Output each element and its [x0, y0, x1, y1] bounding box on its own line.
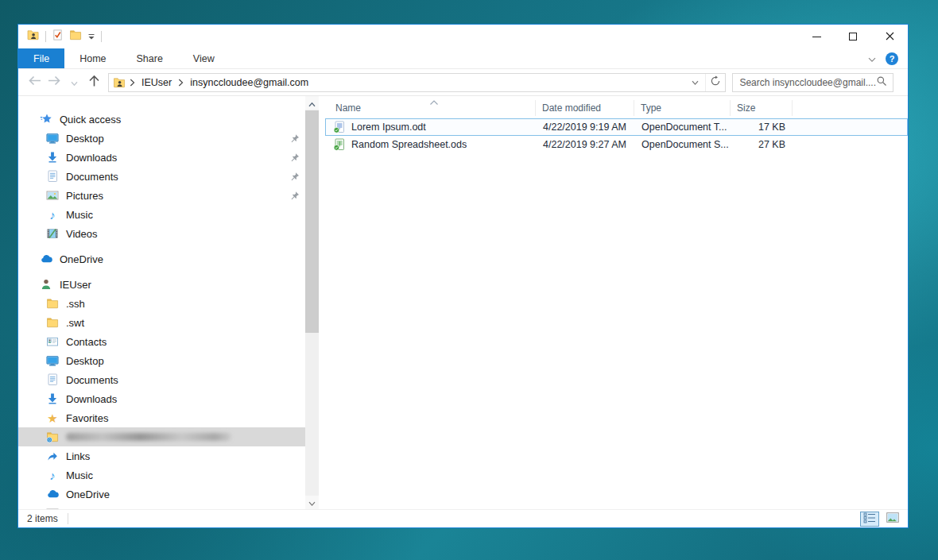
maximize-icon	[849, 33, 857, 41]
sidebar-item-swt[interactable]: .swt	[18, 313, 319, 332]
tab-view[interactable]: View	[178, 48, 230, 68]
chevron-down-icon	[308, 496, 316, 510]
forward-button[interactable]	[45, 72, 64, 93]
search-placeholder: Search insynccloudee@gmail....	[739, 77, 876, 88]
sidebar-item-desktop[interactable]: Desktop	[18, 351, 319, 370]
address-bar-buttons	[685, 74, 725, 91]
desktop-icon	[45, 354, 60, 367]
file-row-lorem-ipsum-odt[interactable]: Lorem Ipsum.odt4/22/2019 9:19 AMOpenDocu…	[325, 118, 908, 136]
sidebar-item-pictures[interactable]: Pictures	[18, 504, 319, 509]
breadcrumb-segment-ieuser[interactable]: IEUser	[138, 77, 176, 88]
column-header-date-modified[interactable]: Date modified	[536, 100, 634, 116]
sidebar-item-desktop[interactable]: Desktop	[18, 129, 319, 148]
videos-icon	[45, 227, 60, 240]
sidebar-item-label: Videos	[66, 228, 98, 240]
links-icon	[45, 450, 60, 462]
chevron-up-icon	[308, 96, 316, 110]
qat-dropdown-chevron-icon[interactable]	[87, 29, 95, 44]
file-explorer-window: FileHomeShareView ? IEUserinsynccloudee@…	[17, 24, 909, 528]
search-box[interactable]: Search insynccloudee@gmail....	[732, 73, 893, 92]
refresh-icon	[710, 75, 721, 89]
synced-folder-icon: 6">	[45, 431, 60, 443]
refresh-button[interactable]	[705, 74, 725, 91]
ribbon-collapse-chevron-icon[interactable]	[868, 52, 876, 66]
minimize-icon	[812, 37, 821, 37]
sidebar-item-onedrive[interactable]: OneDrive	[18, 485, 319, 504]
favorites-star-icon: ★	[45, 412, 60, 424]
back-button[interactable]	[25, 72, 45, 93]
pin-icon	[290, 191, 300, 203]
file-row-random-spreadsheet-ods[interactable]: Random Spreadsheet.ods4/22/2019 9:27 AMO…	[325, 136, 908, 153]
status-divider	[68, 513, 68, 524]
breadcrumb-chevron-icon[interactable]	[176, 79, 186, 87]
sidebar-item-ieuser[interactable]: IEUser	[18, 275, 319, 294]
address-dropdown-button[interactable]	[685, 74, 705, 91]
scrollbar-down-button[interactable]	[305, 496, 319, 509]
onedrive-icon	[39, 253, 53, 265]
breadcrumb-chevron-icon[interactable]	[127, 79, 138, 87]
sort-ascending-icon	[429, 97, 439, 108]
address-bar[interactable]: IEUserinsynccloudee@gmail.com	[108, 73, 726, 92]
ods-file-icon	[333, 138, 346, 151]
pin-icon	[290, 172, 300, 183]
pin-icon	[290, 153, 300, 164]
sidebar-item-music[interactable]: ♪Music	[18, 205, 319, 224]
toolbar-divider	[45, 31, 46, 42]
file-date-modified: 4/22/2019 9:27 AM	[537, 139, 635, 150]
recent-locations-button[interactable]	[64, 72, 84, 93]
thumbnail-view-icon	[886, 512, 899, 525]
up-icon	[88, 75, 100, 91]
sidebar-item-links[interactable]: Links	[18, 446, 319, 465]
tab-file[interactable]: File	[18, 48, 64, 68]
sidebar-item-label: .swt	[66, 317, 84, 329]
app-folder-icon	[26, 29, 40, 44]
sidebar-scrollbar[interactable]	[305, 96, 319, 509]
sidebar-item-redacted[interactable]: 6">	[18, 427, 319, 446]
file-size: 27 KB	[731, 139, 793, 150]
sidebar-item-music[interactable]: ♪Music	[18, 465, 319, 485]
odt-file-icon	[333, 121, 346, 133]
column-header-size[interactable]: Size	[731, 100, 793, 116]
sidebar-item-contacts[interactable]: Contacts	[18, 332, 319, 351]
help-button[interactable]: ?	[886, 52, 898, 65]
sidebar-item-documents[interactable]: Documents	[18, 370, 319, 389]
tab-share[interactable]: Share	[122, 48, 178, 68]
sidebar-item-videos[interactable]: Videos	[18, 224, 319, 243]
sidebar-item-favorites[interactable]: ★Favorites	[18, 408, 319, 427]
minimize-button[interactable]	[798, 25, 835, 48]
sidebar-item-onedrive[interactable]: OneDrive	[18, 249, 319, 268]
scrollbar-thumb[interactable]	[305, 110, 319, 333]
details-view-button[interactable]	[860, 512, 879, 527]
file-size: 17 KB	[731, 122, 793, 133]
maximize-button[interactable]	[835, 25, 871, 48]
sidebar-item-downloads[interactable]: Downloads	[18, 389, 319, 408]
close-button[interactable]	[871, 25, 908, 48]
new-folder-icon[interactable]	[69, 29, 82, 44]
sidebar-item-quick-access[interactable]: Quick access	[18, 110, 319, 129]
status-bar: 2 items	[18, 509, 908, 527]
properties-icon[interactable]	[52, 29, 64, 44]
column-headers: NameDate modifiedTypeSize	[325, 98, 908, 118]
up-button[interactable]	[84, 72, 104, 93]
onedrive-icon	[45, 488, 60, 500]
sidebar-item-label: Links	[66, 450, 90, 462]
tab-home[interactable]: Home	[64, 48, 121, 68]
folder-icon	[45, 297, 60, 310]
navigation-pane: Quick accessDesktopDownloadsDocumentsPic…	[18, 96, 319, 509]
column-header-type[interactable]: Type	[634, 100, 731, 116]
sidebar-item-ssh[interactable]: .ssh	[18, 294, 319, 313]
details-view-icon	[863, 512, 876, 526]
sidebar-items: Quick accessDesktopDownloadsDocumentsPic…	[18, 110, 319, 509]
sidebar-item-label: IEUser	[60, 279, 91, 291]
sidebar-item-documents[interactable]: Documents	[18, 167, 319, 186]
folder-icon	[45, 316, 60, 329]
breadcrumb-segment-insynccloudee-gmail-com[interactable]: insynccloudee@gmail.com	[186, 77, 312, 88]
user-icon	[39, 278, 53, 291]
ribbon-right-controls: ?	[868, 48, 908, 68]
back-icon	[27, 75, 42, 90]
sidebar-item-label: OneDrive	[60, 253, 103, 265]
sidebar-item-downloads[interactable]: Downloads	[18, 148, 319, 167]
sidebar-item-pictures[interactable]: Pictures	[18, 186, 319, 205]
scrollbar-up-button[interactable]	[305, 96, 319, 110]
thumbnail-view-button[interactable]	[883, 512, 902, 527]
